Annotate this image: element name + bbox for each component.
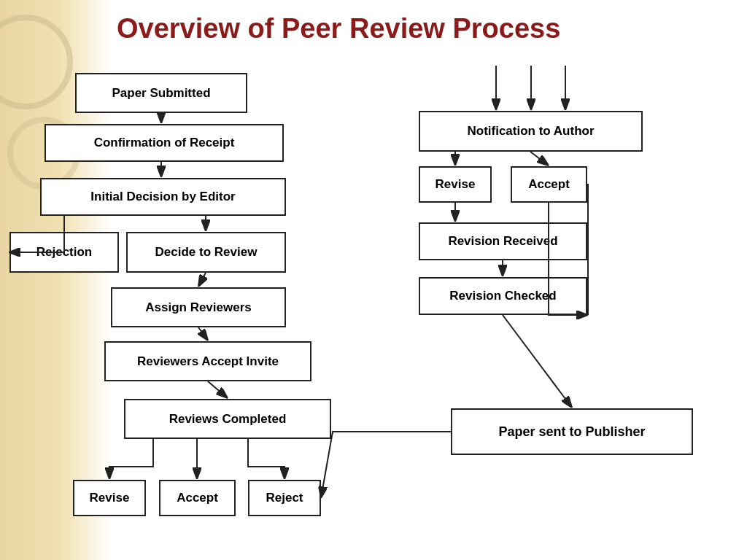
box-accept-left: Accept	[159, 480, 236, 516]
box-reviews-completed: Reviews Completed	[124, 399, 331, 439]
box-reviewers-accept: Reviewers Accept Invite	[104, 341, 311, 381]
box-decide-to-review: Decide to Review	[126, 232, 286, 273]
svg-line-3	[198, 273, 206, 287]
svg-line-10	[503, 315, 572, 408]
box-confirmation: Confirmation of Receipt	[44, 124, 284, 162]
box-initial-decision: Initial Decision by Editor	[40, 178, 286, 216]
svg-line-4	[198, 327, 208, 341]
svg-line-5	[208, 381, 228, 398]
box-revision-checked: Revision Checked	[419, 277, 587, 315]
box-accept-right: Accept	[511, 166, 587, 203]
box-rejection: Rejection	[9, 232, 119, 273]
slide: Overview of Peer Review Process Paper Su…	[0, 0, 747, 560]
box-assign-reviewers: Assign Reviewers	[111, 287, 286, 327]
box-revision-received: Revision Received	[419, 222, 587, 260]
box-paper-submitted: Paper Submitted	[75, 73, 247, 113]
page-title: Overview of Peer Review Process	[117, 13, 732, 44]
box-reject-left: Reject	[248, 480, 321, 516]
box-paper-sent: Paper sent to Publisher	[451, 408, 693, 455]
box-notification: Notification to Author	[419, 111, 643, 152]
box-revise-right: Revise	[419, 166, 492, 203]
deco-circle-1	[0, 15, 73, 109]
box-revise-left: Revise	[73, 480, 146, 516]
